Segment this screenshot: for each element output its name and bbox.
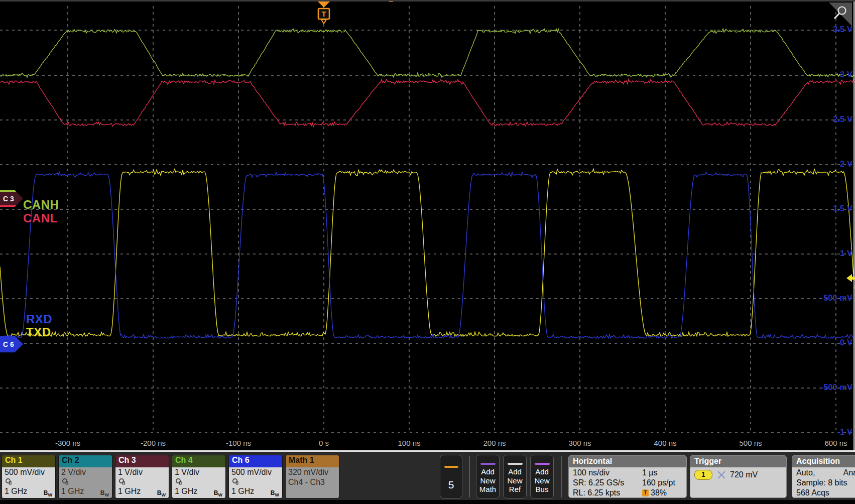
channel-badge-math1[interactable]: Math 1320 mV/divCh4 - Ch3 — [285, 455, 339, 498]
acquisition-sample: Sample: 8 bits — [796, 478, 847, 488]
channel-badge-ch3[interactable]: Ch 31 V/div1 GHzBW — [115, 455, 169, 498]
voltage-label: 2.5 V — [833, 115, 852, 124]
add-new-math-button[interactable]: Add New Math — [476, 455, 500, 498]
bottom-black-strip — [0, 500, 855, 504]
acquisition-mode-right: Ana — [843, 468, 855, 478]
either-edge-icon — [716, 470, 726, 479]
horizontal-resolution: 160 ps/pt — [642, 478, 675, 487]
channel-badge-title: Ch 3 — [115, 455, 169, 467]
trace-rxd — [0, 172, 854, 338]
time-label: 600 ns — [824, 439, 847, 447]
voltage-label: 1.5 V — [833, 204, 852, 213]
add-new-bus-button[interactable]: Add New Bus — [530, 455, 554, 498]
time-label: 100 ns — [398, 439, 420, 447]
voltage-label: 2 V — [840, 160, 852, 169]
time-label: -200 ns — [141, 439, 166, 447]
trigger-source-badge: 1 — [694, 470, 712, 480]
channel-badge-ch4[interactable]: Ch 41 V/div1 GHzBW — [172, 455, 226, 498]
horizontal-record-length: RL: 6.25 kpts — [573, 488, 620, 498]
magnifier-handle — [834, 14, 839, 19]
trigger-position-marker[interactable]: T — [318, 2, 330, 24]
trace-label-txd: TXD — [26, 325, 51, 339]
horizontal-panel-title: Horizontal — [569, 456, 686, 467]
bandwidth-limit-icon: BW — [271, 489, 279, 497]
plot-right-border — [853, 2, 854, 450]
bandwidth-limit-icon: BW — [214, 489, 222, 497]
plot-divider — [0, 450, 855, 452]
channel-badge-ch2[interactable]: Ch 22 V/div1 GHzBW — [58, 455, 112, 498]
time-label: 500 ns — [739, 439, 762, 447]
zoom-corner-button[interactable] — [829, 3, 852, 26]
horizontal-scale: 100 ns/div — [573, 468, 609, 478]
channel-badge-body: 1 V/div1 GHzBW — [115, 467, 169, 498]
channel-scale: 1 V/div — [118, 467, 166, 477]
voltage-label: 0 V — [840, 338, 852, 347]
channel-badge-title: Math 1 — [286, 455, 339, 467]
channel-scale: 320 mV/div — [288, 467, 336, 477]
bandwidth-limit-icon: BW — [157, 489, 166, 497]
five-accent-line — [444, 466, 458, 468]
trigger-marker-pointer — [321, 20, 326, 24]
waveform-count-label: 5 — [440, 479, 462, 491]
channel-scale: 500 mV/div — [5, 467, 53, 477]
waveform-display[interactable]: T 3.5 V3 V2.5 V2 V1.5 V1 V500 mV0 V-500 … — [0, 0, 855, 451]
channel-badge-body: 2 V/div1 GHzBW — [59, 467, 112, 498]
toolbar-separator — [561, 456, 562, 497]
channel-badge-title: Ch 2 — [59, 455, 112, 467]
trace-canh — [0, 29, 854, 77]
button-accent-line — [535, 463, 550, 465]
channel-badge-title: Ch 6 — [229, 455, 282, 467]
channel-scale: 500 mV/div — [231, 467, 280, 477]
trigger-position-icon: T — [642, 489, 649, 496]
voltage-label: 3 V — [840, 70, 852, 79]
probe-icon — [61, 477, 109, 486]
horizontal-trigger-position: 38% — [651, 488, 667, 497]
voltage-label: -500 mV — [821, 383, 852, 392]
voltage-label: 500 mV — [823, 294, 852, 303]
button-accent-line — [508, 463, 523, 465]
math-source: Ch4 - Ch3 — [288, 477, 336, 487]
acquisition-panel-title: Acquisition — [792, 456, 855, 467]
bottom-bar: Ch 1500 mV/div1 GHzBWCh 22 V/div1 GHzBWC… — [0, 452, 855, 504]
trace-label-rxd: RXD — [26, 312, 52, 326]
waveform-canvas[interactable]: T — [0, 0, 855, 451]
horizontal-panel[interactable]: Horizontal 100 ns/div 1 µs SR: 6.25 GS/s… — [568, 455, 687, 498]
acquisition-panel[interactable]: Acquisition Auto, Ana Sample: 8 bits 568… — [792, 455, 855, 498]
probe-icon — [175, 477, 223, 486]
waveform-count-button[interactable]: 5 — [440, 455, 462, 498]
channel-badge-body: 500 mV/div1 GHzBW — [2, 467, 55, 498]
time-label: 400 ns — [654, 439, 676, 447]
channel-badge-ch1[interactable]: Ch 1500 mV/div1 GHzBW — [2, 455, 56, 498]
oscilloscope-screen: T 3.5 V3 V2.5 V2 V1.5 V1 V500 mV0 V-500 … — [0, 0, 855, 504]
toolbar-separator — [469, 456, 470, 497]
trigger-level-value: 720 mV — [730, 470, 758, 479]
horizontal-window: 1 µs — [642, 468, 658, 477]
voltage-label: -1 V — [837, 428, 852, 437]
probe-icon — [118, 477, 166, 486]
time-label: 300 ns — [568, 439, 591, 447]
top-strip — [0, 0, 855, 2]
channel-badge-ch6[interactable]: Ch 6500 mV/div1 GHzBW — [228, 455, 283, 498]
trace-label-canh: CANH — [23, 198, 59, 212]
channel-badge-body: 1 V/div1 GHzBW — [172, 467, 225, 498]
add-new-ref-button[interactable]: Add New Ref — [503, 455, 527, 498]
probe-icon — [231, 477, 280, 486]
trigger-marker-label: T — [321, 10, 326, 18]
channel-scale: 1 V/div — [175, 467, 223, 477]
probe-icon — [5, 477, 53, 486]
voltage-label: 1 V — [840, 249, 852, 258]
trigger-panel[interactable]: Trigger 1 720 mV — [690, 455, 787, 498]
button-label: Add New Bus — [531, 467, 553, 494]
button-accent-line — [480, 463, 496, 465]
horizontal-sample-rate: SR: 6.25 GS/s — [573, 478, 624, 488]
bandwidth-limit-icon: BW — [100, 489, 109, 497]
trigger-position-arrow[interactable] — [318, 2, 330, 8]
time-label: -100 ns — [226, 439, 251, 447]
time-label: 200 ns — [483, 439, 506, 447]
channel-scale: 2 V/div — [61, 467, 109, 477]
acquisition-count: 568 Acqs — [796, 488, 829, 498]
channel-badge-body: 320 mV/divCh4 - Ch3 — [286, 467, 339, 498]
trigger-panel-title: Trigger — [690, 456, 786, 467]
button-label: Add New Math — [476, 467, 499, 494]
trace-txd — [0, 169, 854, 336]
